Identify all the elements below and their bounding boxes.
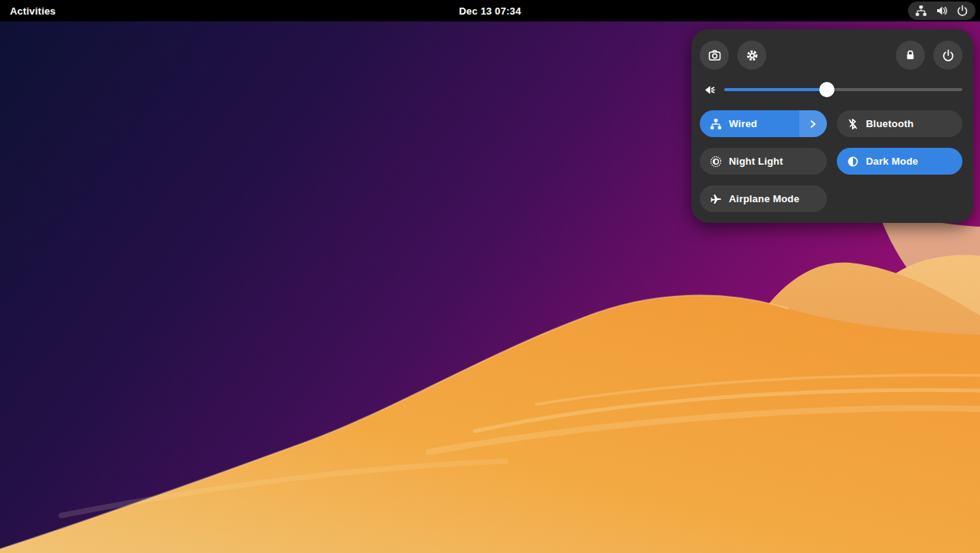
quick-settings-panel: Wired Bluetooth xyxy=(691,29,973,223)
bluetooth-off-icon xyxy=(847,118,859,130)
volume-slider[interactable] xyxy=(724,82,962,97)
quick-toggles: Wired Bluetooth xyxy=(700,110,962,212)
camera-icon xyxy=(708,49,720,61)
network-wired-icon xyxy=(915,5,927,17)
power-icon xyxy=(942,49,954,61)
system-tray-button[interactable] xyxy=(908,2,975,20)
toggle-airplane-mode[interactable]: Airplane Mode xyxy=(700,185,827,212)
toggle-wired[interactable]: Wired xyxy=(700,110,827,137)
network-wired-icon xyxy=(710,118,722,130)
screenshot-button[interactable] xyxy=(700,41,729,70)
toggle-bluetooth-label: Bluetooth xyxy=(866,118,913,129)
toggle-dark-mode[interactable]: Dark Mode xyxy=(837,148,962,175)
wired-expand-button[interactable] xyxy=(799,110,827,137)
gear-icon xyxy=(746,49,758,61)
quick-settings-header xyxy=(700,41,962,70)
dark-mode-icon xyxy=(847,155,859,168)
toggle-bluetooth[interactable]: Bluetooth xyxy=(837,110,962,137)
lock-screen-button[interactable] xyxy=(896,41,925,70)
top-bar: Activities Dec 13 07:34 xyxy=(0,0,980,21)
toggle-wired-label: Wired xyxy=(729,118,757,129)
airplane-icon xyxy=(710,193,722,205)
volume-slider-handle[interactable] xyxy=(819,82,835,97)
power-icon xyxy=(956,5,969,17)
speaker-icon xyxy=(703,83,715,96)
volume-high-icon xyxy=(936,5,948,17)
lock-icon xyxy=(904,49,916,61)
toggle-night-light[interactable]: Night Light xyxy=(700,148,827,175)
power-button[interactable] xyxy=(933,41,962,70)
volume-slider-fill xyxy=(724,88,827,91)
settings-button[interactable] xyxy=(737,41,766,70)
clock-button[interactable]: Dec 13 07:34 xyxy=(0,5,980,17)
night-light-icon xyxy=(710,155,722,168)
toggle-night-light-label: Night Light xyxy=(729,155,783,167)
chevron-right-icon xyxy=(808,119,818,129)
volume-row xyxy=(700,80,962,99)
toggle-dark-mode-label: Dark Mode xyxy=(866,155,918,167)
toggle-airplane-mode-label: Airplane Mode xyxy=(729,193,799,205)
